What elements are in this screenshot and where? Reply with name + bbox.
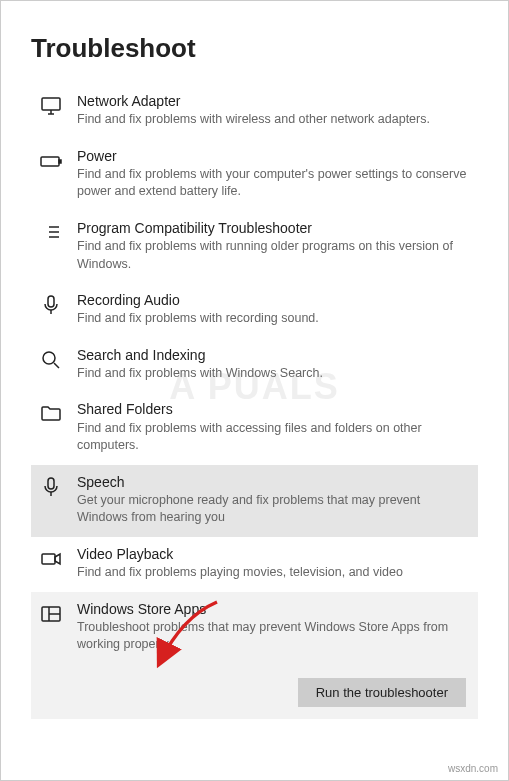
item-desc: Find and fix problems with running older… [77, 238, 470, 273]
item-title: Recording Audio [77, 291, 470, 309]
item-title: Shared Folders [77, 400, 470, 418]
item-desc: Get your microphone ready and fix proble… [77, 492, 470, 527]
troubleshoot-item-program-compatibility[interactable]: Program Compatibility Troubleshooter Fin… [31, 211, 478, 283]
attribution-text: wsxdn.com [448, 763, 498, 774]
list-icon [39, 221, 63, 245]
svg-rect-4 [59, 160, 61, 163]
item-desc: Find and fix problems with recording sou… [77, 310, 470, 328]
troubleshoot-item-network-adapter[interactable]: Network Adapter Find and fix problems wi… [31, 84, 478, 139]
item-title: Search and Indexing [77, 346, 470, 364]
item-desc: Find and fix problems with wireless and … [77, 111, 470, 129]
item-desc: Troubleshoot problems that may prevent W… [77, 619, 470, 654]
troubleshoot-item-recording-audio[interactable]: Recording Audio Find and fix problems wi… [31, 283, 478, 338]
battery-icon [39, 149, 63, 173]
item-title: Windows Store Apps [77, 600, 470, 618]
svg-rect-20 [42, 554, 55, 564]
monitor-icon [39, 94, 63, 118]
search-icon [39, 348, 63, 372]
item-desc: Find and fix problems with Windows Searc… [77, 365, 470, 383]
item-desc: Find and fix problems playing movies, te… [77, 564, 470, 582]
svg-point-16 [43, 352, 55, 364]
troubleshoot-item-windows-store-apps[interactable]: Windows Store Apps Troubleshoot problems… [31, 592, 478, 719]
svg-rect-3 [41, 157, 59, 166]
item-title: Program Compatibility Troubleshooter [77, 219, 470, 237]
video-icon [39, 547, 63, 571]
folder-icon [39, 402, 63, 426]
svg-rect-14 [48, 296, 54, 307]
microphone-icon [39, 293, 63, 317]
item-desc: Find and fix problems with your computer… [77, 166, 470, 201]
troubleshoot-item-power[interactable]: Power Find and fix problems with your co… [31, 139, 478, 211]
troubleshoot-item-shared-folders[interactable]: Shared Folders Find and fix problems wit… [31, 392, 478, 464]
run-troubleshooter-button[interactable]: Run the troubleshooter [298, 678, 466, 707]
troubleshoot-list: Network Adapter Find and fix problems wi… [31, 84, 478, 719]
microphone-icon [39, 475, 63, 499]
troubleshoot-item-speech[interactable]: Speech Get your microphone ready and fix… [31, 465, 478, 537]
item-title: Video Playback [77, 545, 470, 563]
svg-line-17 [54, 363, 59, 368]
svg-rect-0 [42, 98, 60, 110]
windows-apps-icon [39, 602, 63, 626]
item-title: Power [77, 147, 470, 165]
troubleshoot-item-search-indexing[interactable]: Search and Indexing Find and fix problem… [31, 338, 478, 393]
troubleshoot-item-video-playback[interactable]: Video Playback Find and fix problems pla… [31, 537, 478, 592]
item-title: Speech [77, 473, 470, 491]
page-title: Troubleshoot [31, 33, 478, 64]
item-desc: Find and fix problems with accessing fil… [77, 420, 470, 455]
svg-rect-18 [48, 478, 54, 489]
item-title: Network Adapter [77, 92, 470, 110]
